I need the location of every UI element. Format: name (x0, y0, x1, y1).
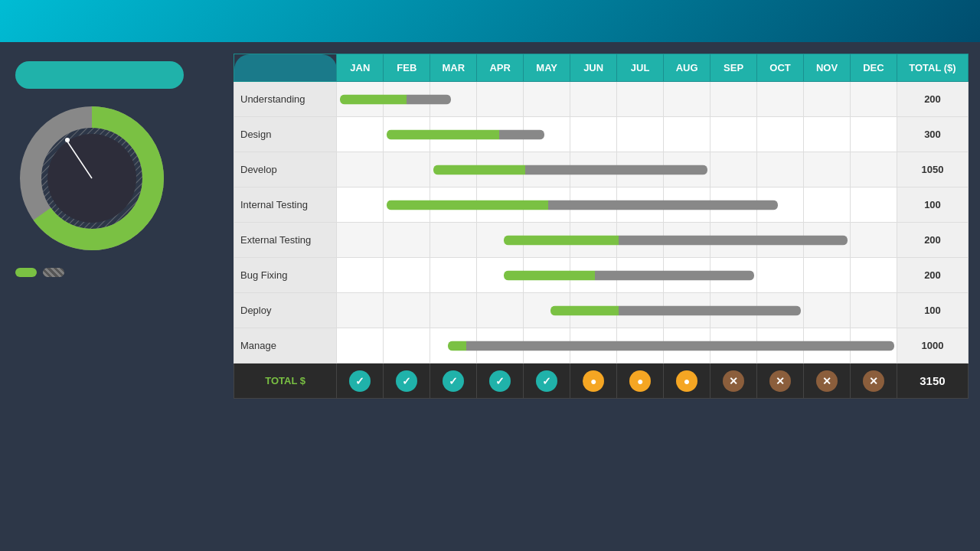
icon-circle-teal: ✓ (536, 370, 557, 392)
month-cell-3 (477, 117, 524, 152)
month-cell-0 (337, 82, 384, 117)
month-oct: OCT (757, 54, 804, 82)
month-cell-8 (710, 82, 757, 117)
month-cell-2 (430, 258, 477, 293)
footer-icon-7: ● (664, 364, 710, 399)
month-cell-5 (570, 187, 617, 223)
month-cell-10 (804, 328, 851, 364)
month-cell-3 (477, 293, 524, 328)
footer-icon-2: ✓ (430, 364, 477, 399)
month-feb: FEB (384, 54, 430, 82)
month-cell-1 (384, 293, 430, 328)
month-cell-9 (757, 258, 804, 293)
donut-chart (15, 102, 168, 255)
icon-circle-orange: ● (583, 370, 604, 392)
month-cell-3 (477, 187, 524, 223)
month-cell-11 (850, 187, 897, 223)
month-cell-6 (617, 82, 664, 117)
footer-icon-1: ✓ (384, 364, 430, 399)
month-cell-2 (430, 293, 477, 328)
icon-circle-brown: ✕ (723, 370, 744, 392)
month-cell-11 (850, 223, 897, 258)
footer-icon-4: ✓ (524, 364, 570, 399)
icon-circle-orange: ● (676, 370, 697, 392)
month-cell-11 (850, 328, 897, 364)
month-cell-1 (384, 82, 430, 117)
month-cell-0 (337, 152, 384, 187)
row-total: 100 (897, 187, 968, 223)
month-cell-0 (337, 187, 384, 223)
icon-circle-teal: ✓ (396, 370, 417, 392)
month-cell-10 (804, 117, 851, 152)
row-label: Internal Testing (234, 187, 337, 223)
row-label: Develop (234, 152, 337, 187)
gantt-row: Internal Testing100 (234, 187, 969, 223)
gantt-row: Deploy100 (234, 293, 969, 328)
month-cell-3 (477, 82, 524, 117)
footer-icon-11: ✕ (850, 364, 897, 399)
month-cell-7 (664, 293, 710, 328)
month-cell-5 (570, 82, 617, 117)
gantt-panel: JAN FEB MAR APR MAY JUN JUL AUG SEP OCT … (234, 54, 969, 540)
month-cell-4 (524, 82, 570, 117)
gantt-row: External Testing200 (234, 223, 969, 258)
total-label: TOTAL $ (234, 364, 337, 399)
month-cell-10 (804, 82, 851, 117)
row-total: 100 (897, 293, 968, 328)
month-cell-6 (617, 258, 664, 293)
gantt-row: Design300 (234, 117, 969, 152)
legend (15, 268, 218, 277)
footer-icon-3: ✓ (477, 364, 524, 399)
month-dec: DEC (850, 54, 897, 82)
month-cell-6 (617, 328, 664, 364)
month-cell-1 (384, 117, 430, 152)
month-cell-4 (524, 223, 570, 258)
month-aug: AUG (664, 54, 710, 82)
month-cell-0 (337, 223, 384, 258)
month-jun: JUN (570, 54, 617, 82)
footer-icon-5: ● (570, 364, 617, 399)
icon-circle-teal: ✓ (489, 370, 511, 392)
month-apr: APR (477, 54, 524, 82)
row-total: 200 (897, 223, 968, 258)
icon-circle-brown: ✕ (769, 370, 791, 392)
icon-circle-teal: ✓ (443, 370, 464, 392)
month-cell-4 (524, 293, 570, 328)
month-cell-6 (617, 117, 664, 152)
footer-total: 3150 (897, 364, 968, 399)
gantt-row: Understanding200 (234, 82, 969, 117)
month-cell-5 (570, 328, 617, 364)
month-cell-9 (757, 187, 804, 223)
month-cell-5 (570, 152, 617, 187)
month-cell-3 (477, 258, 524, 293)
month-cell-1 (384, 223, 430, 258)
month-cell-10 (804, 258, 851, 293)
month-cell-5 (570, 117, 617, 152)
month-cell-4 (524, 152, 570, 187)
left-panel (15, 54, 218, 540)
month-cell-11 (850, 293, 897, 328)
month-cell-3 (477, 223, 524, 258)
month-cell-8 (710, 293, 757, 328)
month-cell-5 (570, 223, 617, 258)
month-cell-8 (710, 223, 757, 258)
month-cell-1 (384, 258, 430, 293)
month-cell-7 (664, 187, 710, 223)
month-cell-2 (430, 152, 477, 187)
month-cell-2 (430, 187, 477, 223)
month-cell-8 (710, 258, 757, 293)
svg-point-8 (65, 138, 70, 142)
month-cell-8 (710, 187, 757, 223)
month-cell-9 (757, 293, 804, 328)
footer-icon-8: ✕ (710, 364, 757, 399)
row-label: Deploy (234, 293, 337, 328)
month-cell-0 (337, 117, 384, 152)
month-cell-11 (850, 117, 897, 152)
month-cell-1 (384, 187, 430, 223)
legend-completed (15, 268, 37, 277)
month-cell-2 (430, 117, 477, 152)
month-cell-8 (710, 117, 757, 152)
month-cell-10 (804, 187, 851, 223)
row-total: 200 (897, 82, 968, 117)
row-label: Manage (234, 328, 337, 364)
